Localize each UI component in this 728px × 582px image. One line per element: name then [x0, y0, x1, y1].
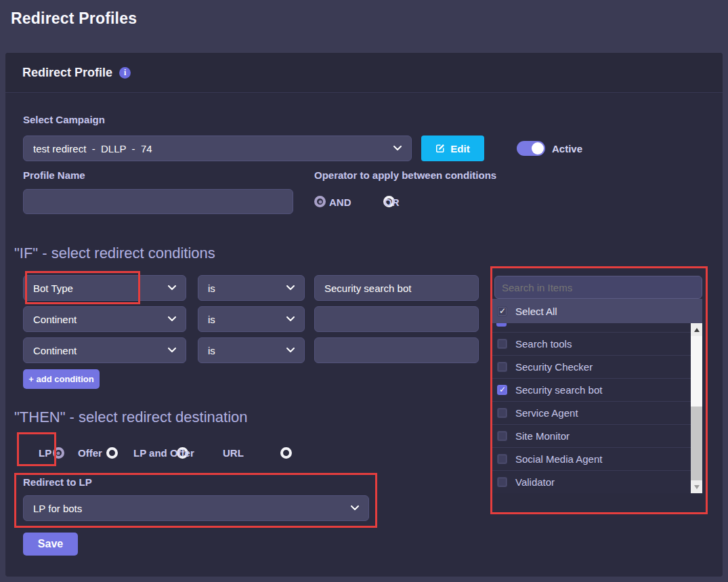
chevron-down-icon — [168, 348, 176, 353]
campaign-select[interactable]: test redirect - DLLP - 74 — [23, 136, 412, 161]
condition-operator-value: is — [208, 314, 281, 325]
destination-radio-offer-label: Offer — [78, 447, 102, 459]
scroll-up-button[interactable] — [691, 323, 702, 336]
profile-name-label: Profile Name — [23, 169, 85, 181]
item-checkbox[interactable] — [497, 431, 507, 441]
condition-operator-select[interactable]: is — [198, 337, 305, 363]
active-toggle[interactable] — [517, 141, 545, 156]
item-label: Validator — [515, 476, 555, 488]
chevron-down-icon — [286, 316, 295, 322]
item-label: Site Monitor — [515, 430, 570, 442]
card-title: Redirect Profile — [22, 66, 112, 80]
condition-field-value: Bot Type — [33, 283, 163, 294]
redirect-to-lp-select[interactable]: LP for bots — [23, 495, 369, 521]
scrollbar[interactable] — [691, 323, 702, 493]
item-label: Social Media Agent — [515, 453, 602, 465]
list-item[interactable]: Validator — [492, 470, 691, 493]
list-item[interactable]: Site Monitor — [492, 424, 691, 447]
operator-radio-and[interactable] — [314, 196, 326, 207]
condition-value-input[interactable] — [314, 306, 479, 332]
redirect-to-lp-value: LP for bots — [33, 503, 345, 514]
edit-button[interactable]: Edit — [421, 136, 484, 161]
save-button[interactable]: Save — [23, 533, 78, 556]
partially-visible-checkbox[interactable] — [496, 323, 507, 327]
item-label: Service Agent — [515, 407, 578, 419]
destination-radio-url-label: URL — [223, 447, 244, 459]
destination-radio-lp-label: LP — [39, 447, 51, 459]
if-section-heading: "IF" - select redirect conditions — [14, 245, 215, 262]
chevron-down-icon — [286, 285, 295, 291]
condition-field-value: Continent — [33, 345, 163, 356]
item-checkbox[interactable] — [497, 362, 507, 372]
scroll-up-icon — [694, 328, 700, 332]
select-campaign-label: Select Campaign — [23, 114, 105, 125]
condition-operator-value: is — [208, 283, 281, 294]
chevron-down-icon — [168, 316, 176, 322]
page-title: Redirect Profiles — [11, 9, 137, 28]
active-toggle-label: Active — [552, 143, 582, 154]
card-header: Redirect Profile i — [5, 53, 723, 93]
list-item[interactable]: Service Agent — [492, 401, 691, 424]
condition-operator-value: is — [208, 345, 281, 356]
condition-field-value: Continent — [33, 314, 163, 325]
condition-field-select[interactable]: Continent — [23, 337, 186, 363]
redirect-to-lp-label: Redirect to LP — [23, 476, 92, 488]
destination-radio-lp-and-offer-label: LP and Offer — [133, 447, 194, 459]
condition-value-input[interactable] — [314, 275, 479, 301]
destination-radio-lp[interactable] — [53, 447, 64, 459]
condition-value-input[interactable] — [314, 337, 479, 363]
item-checkbox[interactable] — [497, 408, 507, 418]
list-item[interactable]: Search tools — [492, 332, 691, 355]
profile-name-input[interactable] — [23, 189, 293, 214]
info-icon[interactable]: i — [119, 67, 131, 79]
chevron-down-icon — [286, 348, 295, 353]
condition-operator-select[interactable]: is — [198, 306, 305, 332]
condition-field-select[interactable]: Continent — [23, 306, 186, 332]
then-section-heading: "THEN" - select redirect destination — [14, 409, 248, 426]
list-item[interactable]: Security Checker — [492, 355, 691, 378]
item-label: Security Checker — [515, 361, 593, 373]
scrollbar-thumb[interactable] — [691, 407, 702, 480]
chevron-down-icon — [393, 146, 402, 151]
chevron-down-icon — [168, 285, 176, 291]
select-all-label: Select All — [515, 306, 557, 317]
select-all-row[interactable]: Select All — [492, 299, 702, 323]
chevron-down-icon — [351, 505, 359, 511]
list-item[interactable]: Social Media Agent — [492, 447, 691, 470]
items-list: Search tools Security Checker Security s… — [492, 323, 702, 493]
add-condition-button[interactable]: + add condition — [23, 369, 100, 389]
item-checkbox[interactable] — [497, 385, 507, 395]
select-all-checkbox[interactable] — [497, 306, 507, 316]
item-checkbox[interactable] — [497, 454, 507, 464]
condition-field-select[interactable]: Bot Type — [23, 275, 186, 301]
scroll-down-button[interactable] — [691, 480, 702, 493]
item-checkbox[interactable] — [497, 339, 507, 349]
item-checkbox[interactable] — [497, 477, 507, 487]
campaign-selected-value: test redirect - DLLP - 74 — [33, 143, 388, 154]
operator-radio-and-label: AND — [329, 196, 351, 208]
operator-label: Operator to apply between conditions — [314, 169, 496, 181]
item-label: Search tools — [515, 338, 572, 350]
items-search-input[interactable] — [494, 276, 702, 299]
item-label: Security search bot — [515, 384, 602, 396]
operator-radio-or-label: OR — [384, 196, 400, 208]
edit-button-label: Edit — [450, 143, 469, 154]
scroll-down-icon — [694, 485, 700, 489]
edit-icon — [435, 144, 445, 153]
list-item[interactable]: Security search bot — [492, 378, 691, 401]
condition-operator-select[interactable]: is — [198, 275, 305, 301]
toggle-knob — [532, 142, 544, 154]
